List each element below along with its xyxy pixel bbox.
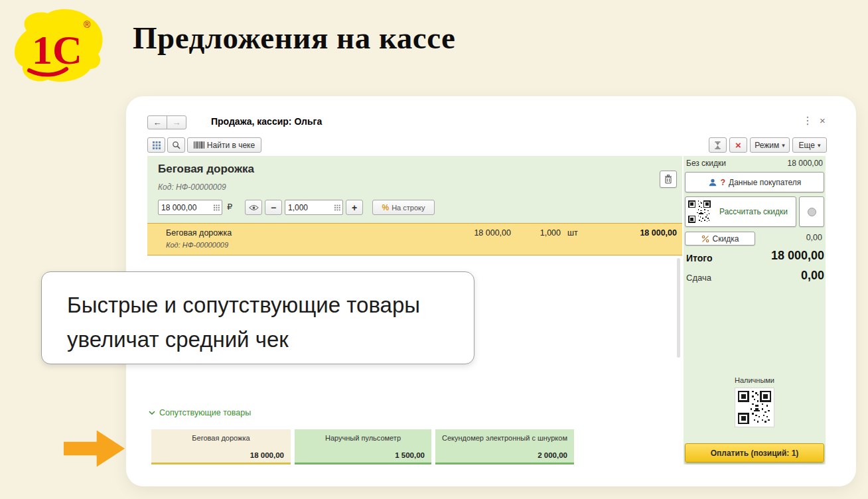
discount-button[interactable]: Скидка [685,232,755,246]
numpad-icon[interactable] [334,204,340,211]
tile-price: 2 000,00 [538,451,567,459]
row-product-code: Код: НФ-00000009 [166,241,228,249]
related-tile[interactable]: Беговая дорожка 18 000,00 [151,429,291,464]
related-products-label: Сопутствующие товары [159,408,251,417]
line-discount-label: На строку [392,204,425,212]
kebab-menu-icon[interactable]: ⋮ [802,114,813,127]
currency-label: ₽ [227,202,232,212]
change-label: Сдача [686,273,711,283]
numpad-icon[interactable] [214,204,220,211]
trash-icon [664,175,672,184]
tile-name: Наручный пульсометр [295,429,431,442]
increase-qty-button[interactable]: + [346,200,363,215]
main-menu-button[interactable] [147,137,165,153]
forward-icon: → [173,117,181,127]
mode-label: Режим [755,141,779,150]
calculate-discounts-label: Рассчитать скидки [714,207,796,216]
arrow-right-icon [64,429,125,468]
percent-icon: % [382,203,390,212]
registered-mark: ® [84,19,91,30]
1c-logo: 1С ® [7,5,106,86]
pay-button-label: Оплатить (позиций: 1) [711,449,799,458]
grid-icon [153,141,161,149]
price-field [158,200,222,215]
slide: 1С ® Предложения на кассе ← → Продажа, к… [0,0,868,499]
discount-icon [701,235,709,243]
receipt-row[interactable]: Беговая дорожка Код: НФ-00000009 18 000,… [147,223,682,255]
page-title: Предложения на кассе [133,20,455,56]
caret-down-icon: ▾ [782,142,785,149]
row-unit: шт [567,228,578,238]
price-input[interactable] [161,203,212,212]
postpone-button[interactable] [709,137,727,153]
cancel-icon: × [735,139,741,151]
qr-code-icon [688,200,711,223]
related-products-toggle[interactable]: Сопутствующие товары [149,408,251,417]
window-close-icon[interactable]: × [820,115,826,126]
logo-text: 1С [32,27,82,72]
cancel-receipt-button[interactable]: × [729,137,747,153]
discount-label: Скидка [713,234,739,244]
related-tile[interactable]: Наручный пульсометр 1 500,00 [295,429,431,464]
view-button[interactable] [245,200,262,215]
question-icon: ? [721,178,725,187]
no-discount-value: 18 000,00 [788,159,823,168]
forward-button[interactable]: → [167,115,186,129]
pay-button[interactable]: Оплатить (позиций: 1) [685,443,824,463]
product-name: Беговая дорожка [158,163,254,176]
total-value: 18 000,00 [771,249,824,263]
search-button[interactable] [167,137,185,153]
line-discount-button[interactable]: % На строку [372,200,435,215]
decrease-qty-button[interactable]: − [265,200,282,215]
customer-data-button[interactable]: ? Данные покупателя [685,172,824,192]
product-code: Код: НФ-00000009 [158,182,226,192]
minus-icon: − [271,202,276,213]
payment-qr-box [735,388,774,427]
row-price: 18 000,00 [439,228,511,238]
back-button[interactable]: ← [147,115,167,129]
hourglass-icon [714,141,721,150]
discount-status-button[interactable] [799,196,824,227]
tile-name: Секундомер электронный с шнурком [435,429,574,442]
product-editor-panel: Беговая дорожка Код: НФ-00000009 [147,156,682,223]
row-sum: 18 000,00 [640,228,677,238]
change-value: 0,00 [801,269,824,283]
total-label: Итого [686,253,712,263]
person-icon [708,178,717,187]
more-label: Еще [799,141,815,150]
cash-label: Наличными [684,376,826,384]
status-dot-icon [808,208,816,216]
window-title: Продажа, кассир: Ольга [211,116,322,127]
find-in-receipt-button[interactable]: Найти в чеке [187,137,261,153]
find-in-receipt-label: Найти в чеке [207,141,255,150]
row-product-name: Беговая дорожка [166,228,232,238]
callout-line-2: увеличат средний чек [67,322,474,357]
caret-down-icon: ▾ [818,142,821,149]
1c-logo-blob: 1С ® [7,5,106,86]
scrollbar[interactable] [677,258,680,358]
quantity-field [285,200,343,215]
barcode-icon [194,141,204,149]
tile-price: 18 000,00 [250,451,284,459]
search-icon [172,141,181,149]
row-qty: 1,000 [524,228,561,238]
back-icon: ← [153,117,162,127]
eye-icon [249,204,259,211]
calculate-discounts-button[interactable]: Рассчитать скидки [685,196,796,227]
delete-row-button[interactable] [660,171,677,188]
discount-value: 0,00 [806,233,822,242]
customer-data-label: Данные покупателя [729,178,801,187]
tile-name: Беговая дорожка [151,429,291,442]
tile-price: 1 500,00 [395,451,425,459]
callout-line-1: Быстрые и сопутствующие товары [67,288,474,322]
plus-icon: + [352,202,357,213]
more-button[interactable]: Еще ▾ [792,137,827,153]
totals-sidebar: Без скидки 18 000,00 ? Данные покупателя… [684,156,826,464]
mode-button[interactable]: Режим ▾ [750,137,790,153]
annotation-callout: Быстрые и сопутствующие товары увеличат … [41,271,474,364]
chevron-down-icon [149,411,155,415]
related-tile[interactable]: Секундомер электронный с шнурком 2 000,0… [435,429,574,464]
quantity-input[interactable] [288,203,333,212]
no-discount-label: Без скидки [686,159,726,168]
payment-qr-code-icon [738,391,771,424]
